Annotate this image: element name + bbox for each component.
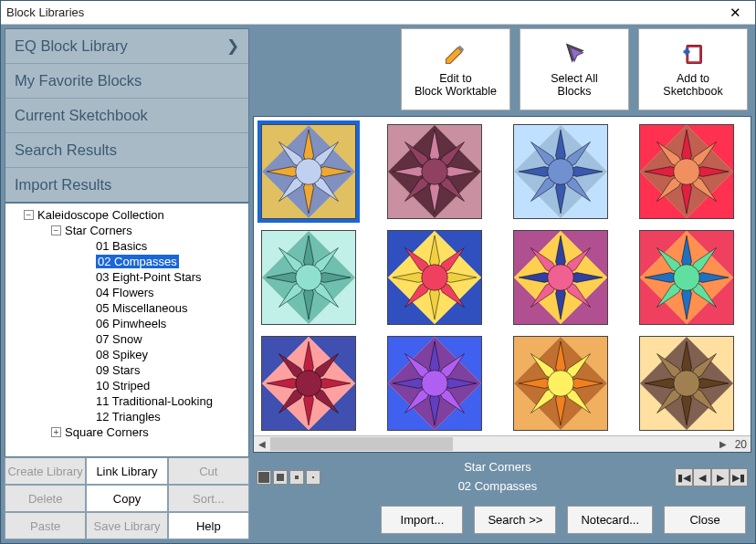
add-sketchbook-button[interactable]: Add toSketchbook — [638, 28, 748, 110]
toolbar: Edit toBlock Worktable Select AllBlocks … — [253, 28, 751, 110]
next-button[interactable]: ▶ — [711, 468, 730, 486]
bottom-buttons: Import... Search >> Notecard... Close — [253, 502, 751, 539]
tree-item[interactable]: 06 Pinwheels — [5, 316, 248, 331]
close-icon[interactable]: ✕ — [720, 5, 750, 21]
block-thumbnail[interactable] — [639, 124, 734, 219]
chevron-right-icon: ❯ — [226, 37, 239, 55]
svg-point-4 — [548, 159, 574, 185]
svg-point-8 — [548, 265, 574, 291]
nav-sketchbook[interactable]: Current Sketchbook — [5, 99, 248, 133]
tree-item[interactable]: 09 Stars — [5, 362, 248, 378]
tree-collection[interactable]: −Kaleidoscope Collection — [5, 207, 248, 223]
svg-point-12 — [548, 371, 574, 397]
size-large-button[interactable] — [257, 470, 271, 485]
help-button[interactable]: Help — [168, 512, 249, 539]
block-thumbnail[interactable] — [639, 230, 734, 325]
import-button[interactable]: Import... — [381, 506, 463, 534]
svg-point-6 — [296, 265, 322, 291]
svg-point-9 — [674, 265, 700, 291]
svg-point-13 — [674, 371, 700, 397]
scroll-thumb[interactable] — [270, 437, 453, 451]
block-count: 20 — [731, 438, 751, 451]
select-all-button[interactable]: Select AllBlocks — [520, 28, 629, 110]
titlebar: Block Libraries ✕ — [1, 1, 755, 25]
prev-button[interactable]: ◀ — [693, 468, 711, 486]
nav-favorites[interactable]: My Favorite Blocks — [5, 64, 248, 99]
svg-point-10 — [296, 371, 322, 397]
cut-button[interactable]: Cut — [168, 457, 249, 485]
tree-item[interactable]: 02 Compasses — [5, 254, 248, 269]
block-thumbnail[interactable] — [513, 124, 608, 219]
book-plus-icon — [680, 41, 706, 67]
size-tiny-button[interactable] — [306, 470, 320, 485]
tree-item[interactable]: 10 Striped — [5, 378, 248, 393]
sort-button[interactable]: Sort... — [168, 485, 249, 512]
nav-search[interactable]: Search Results — [5, 133, 248, 168]
expand-icon[interactable]: + — [51, 427, 61, 437]
close-button[interactable]: Close — [664, 506, 746, 534]
scroll-left-icon[interactable]: ◀ — [254, 436, 270, 452]
block-thumbnail[interactable] — [387, 336, 482, 431]
tree-item[interactable]: 07 Snow — [5, 331, 248, 347]
status-text: Star Corners 02 Compasses — [322, 458, 673, 497]
svg-point-5 — [674, 159, 700, 185]
collapse-icon[interactable]: − — [24, 210, 34, 220]
window-title: Block Libraries — [6, 5, 720, 19]
link-library-button[interactable]: Link Library — [86, 457, 167, 485]
paste-button[interactable]: Paste — [5, 512, 86, 539]
pencil-icon — [443, 41, 468, 67]
svg-point-7 — [422, 265, 448, 291]
tree-item[interactable]: 05 Miscellaneous — [5, 300, 248, 316]
last-button[interactable]: ▶▮ — [730, 468, 748, 486]
size-small-button[interactable] — [289, 470, 304, 485]
tree-item[interactable]: 04 Flowers — [5, 285, 248, 300]
cursor-icon — [562, 41, 587, 67]
library-nav: EQ Block Library ❯ My Favorite Blocks Cu… — [5, 28, 249, 203]
svg-point-11 — [422, 371, 448, 397]
block-thumbnail[interactable] — [513, 230, 608, 325]
block-gallery — [254, 117, 751, 435]
copy-button[interactable]: Copy — [86, 485, 167, 512]
create-library-button[interactable]: Create Library — [5, 457, 86, 485]
block-thumbnail[interactable] — [639, 336, 734, 431]
block-thumbnail[interactable] — [261, 336, 356, 431]
svg-rect-1 — [688, 47, 699, 61]
block-thumbnail[interactable] — [261, 124, 356, 219]
tree-item[interactable]: 01 Basics — [5, 238, 248, 254]
library-actions: Create Library Link Library Cut Delete C… — [5, 457, 249, 539]
nav-eq-library[interactable]: EQ Block Library ❯ — [5, 29, 248, 64]
delete-button[interactable]: Delete — [5, 485, 86, 512]
nav-import[interactable]: Import Results — [5, 168, 248, 202]
tree-item[interactable]: 03 Eight-Point Stars — [5, 269, 248, 285]
tree-parent[interactable]: −Star Corners — [5, 223, 248, 238]
tree-item[interactable]: 12 Triangles — [5, 409, 248, 424]
library-tree[interactable]: −Kaleidoscope Collection −Star Corners 0… — [5, 203, 249, 457]
svg-point-3 — [422, 159, 448, 185]
collapse-icon[interactable]: − — [51, 225, 61, 235]
scroll-right-icon[interactable]: ▶ — [715, 436, 731, 452]
block-thumbnail[interactable] — [387, 124, 482, 219]
tree-item[interactable]: 08 Spikey — [5, 347, 248, 362]
search-button[interactable]: Search >> — [474, 506, 556, 534]
edit-worktable-button[interactable]: Edit toBlock Worktable — [401, 28, 510, 110]
first-button[interactable]: ▮◀ — [675, 468, 693, 486]
block-thumbnail[interactable] — [261, 230, 356, 325]
block-thumbnail[interactable] — [387, 230, 482, 325]
save-library-button[interactable]: Save Library — [86, 512, 167, 539]
gallery-scrollbar[interactable]: ◀ ▶ 20 — [254, 435, 751, 452]
svg-point-2 — [296, 159, 322, 185]
size-medium-button[interactable] — [273, 470, 288, 485]
notecard-button[interactable]: Notecard... — [567, 506, 653, 534]
tree-next-parent[interactable]: +Square Corners — [5, 424, 248, 440]
block-thumbnail[interactable] — [513, 336, 608, 431]
tree-item[interactable]: 11 Traditional-Looking — [5, 393, 248, 409]
